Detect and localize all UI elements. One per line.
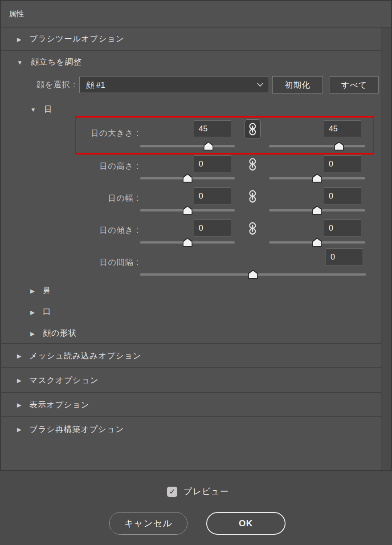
- eye-size-left-slider: [140, 142, 235, 150]
- disclosure-triangle-icon: ▶: [30, 309, 35, 316]
- disclosure-triangle-icon: ▶: [30, 288, 35, 294]
- section-label: メッシュ読み込みオプション: [29, 350, 142, 361]
- section-mask-options[interactable]: ▶ マスクオプション: [1, 368, 382, 392]
- ok-button-label: OK: [239, 518, 253, 529]
- section-view-options[interactable]: ▶ 表示オプション: [1, 393, 382, 416]
- section-brush-reconstruct-options[interactable]: ▶ ブラシ再構築オプション: [1, 417, 382, 441]
- panel-title: 属性: [9, 9, 24, 19]
- eye-width-label: 目の幅 :: [45, 192, 139, 204]
- slider-track[interactable]: [269, 145, 365, 147]
- slider-thumb[interactable]: [204, 142, 213, 150]
- disclosure-triangle-icon: ▶: [17, 353, 22, 359]
- eye-height-label: 目の高さ :: [45, 160, 139, 172]
- reset-button-label: 初期化: [285, 80, 310, 90]
- link-toggle-active[interactable]: [245, 119, 261, 139]
- face-select-value: 顔 #1: [86, 80, 257, 90]
- liquify-properties-dialog: { "panel_title": "属性", "icons": { "colla…: [0, 0, 392, 545]
- slider-thumb[interactable]: [312, 238, 322, 247]
- eye-distance-label: 目の間隔 :: [45, 256, 139, 268]
- slider-thumb[interactable]: [248, 270, 258, 279]
- disclosure-triangle-icon: ▼: [30, 106, 37, 113]
- section-brush-tool-options[interactable]: ▶ ブラシツールオプション: [1, 28, 382, 50]
- scroll-gutter[interactable]: [381, 28, 391, 470]
- slider-thumb[interactable]: [312, 206, 322, 215]
- slider-track[interactable]: [140, 145, 235, 147]
- link-toggle[interactable]: [248, 189, 257, 204]
- subsection-label: 口: [43, 306, 51, 317]
- eye-width-left-slider: [140, 206, 235, 215]
- preview-toggle-group: ✓ プレビュー: [167, 486, 229, 497]
- eye-size-left-input[interactable]: [194, 120, 231, 137]
- subsection-nose[interactable]: ▶ 鼻: [1, 280, 382, 301]
- eye-height-right-slider: [269, 174, 365, 183]
- all-button[interactable]: すべて: [330, 76, 379, 94]
- section-label: 顔立ちを調整: [31, 57, 82, 67]
- link-chain-icon: [248, 189, 257, 203]
- slider-thumb[interactable]: [183, 238, 192, 247]
- subsection-mouth[interactable]: ▶ 口: [1, 301, 382, 322]
- section-label: ブラシツールオプション: [29, 33, 124, 44]
- section-load-mesh-options[interactable]: ▶ メッシュ読み込みオプション: [1, 344, 382, 367]
- reset-button[interactable]: 初期化: [272, 76, 323, 94]
- eye-height-left-input[interactable]: [194, 155, 231, 172]
- section-label: ブラシ再構築オプション: [29, 424, 124, 435]
- eye-tilt-left-slider: [140, 238, 235, 247]
- section-label: マスクオプション: [29, 375, 98, 386]
- section-label: 表示オプション: [29, 399, 90, 410]
- checkmark-icon: ✓: [169, 487, 175, 496]
- link-toggle[interactable]: [248, 221, 257, 236]
- preview-checkbox[interactable]: ✓: [167, 487, 177, 497]
- eye-width-right-slider: [269, 206, 365, 215]
- eye-size-label: 目の大きさ :: [45, 127, 139, 139]
- eye-tilt-right-slider: [269, 238, 365, 247]
- ok-button[interactable]: OK: [206, 512, 286, 535]
- disclosure-triangle-icon: ▶: [30, 330, 35, 337]
- disclosure-triangle-icon: ▶: [17, 36, 22, 43]
- eye-size-right-input[interactable]: [324, 120, 361, 137]
- face-select-dropdown[interactable]: 顔 #1: [79, 77, 269, 93]
- eye-height-left-slider: [140, 174, 235, 183]
- slider-thumb[interactable]: [312, 174, 322, 183]
- disclosure-triangle-icon: ▼: [17, 59, 23, 66]
- eye-tilt-label: 目の傾き :: [45, 224, 139, 236]
- subsection-label: 顔の形状: [43, 328, 77, 338]
- preview-label: プレビュー: [184, 486, 229, 497]
- slider-thumb[interactable]: [183, 174, 192, 183]
- subsection-label: 鼻: [43, 285, 51, 296]
- link-chain-icon: [248, 157, 257, 171]
- disclosure-triangle-icon: ▶: [17, 402, 22, 408]
- link-chain-icon: [248, 122, 257, 136]
- all-button-label: すべて: [341, 80, 367, 90]
- eye-width-right-input[interactable]: [324, 187, 361, 204]
- slider-thumb[interactable]: [334, 142, 344, 150]
- subsection-eyes[interactable]: ▼ 目: [1, 98, 382, 120]
- disclosure-triangle-icon: ▶: [17, 377, 22, 384]
- eye-distance-input[interactable]: [326, 248, 363, 265]
- eye-width-left-input[interactable]: [194, 187, 231, 204]
- panel-header: 属性: [1, 1, 391, 28]
- subsection-label: 目: [44, 104, 53, 114]
- subsection-face-shape[interactable]: ▶ 顔の形状: [1, 322, 382, 344]
- cancel-button-label: キャンセル: [124, 517, 172, 529]
- eye-distance-slider: [140, 270, 366, 279]
- eye-size-right-slider: [269, 142, 365, 150]
- link-toggle[interactable]: [248, 157, 257, 172]
- properties-panel: 属性 ▶ ブラシツールオプション ▼ 顔立ちを調整 顔を選択 : 顔 #1 初期…: [0, 0, 392, 471]
- disclosure-triangle-icon: ▶: [17, 426, 22, 433]
- face-select-label: 顔を選択 :: [19, 78, 76, 91]
- slider-thumb[interactable]: [183, 206, 192, 215]
- eye-height-right-input[interactable]: [324, 155, 361, 172]
- link-chain-icon: [248, 221, 257, 236]
- eye-tilt-right-input[interactable]: [324, 220, 361, 236]
- section-face-aware[interactable]: ▼ 顔立ちを調整: [1, 51, 382, 73]
- eye-tilt-left-input[interactable]: [194, 220, 231, 236]
- cancel-button[interactable]: キャンセル: [109, 512, 188, 535]
- chevron-down-icon: [257, 83, 263, 87]
